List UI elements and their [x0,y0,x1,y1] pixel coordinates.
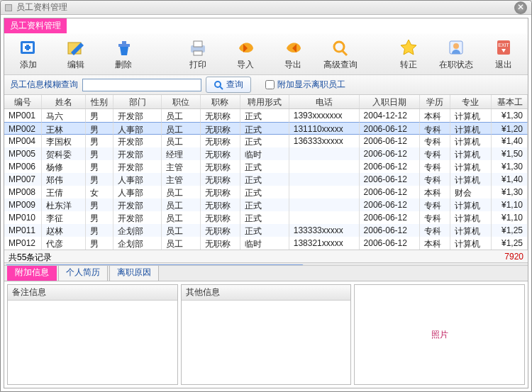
cell: 员工 [162,211,201,224]
cell: 男 [86,109,114,122]
delete-label: 删除 [115,59,132,71]
col-header[interactable]: 聘用形式 [240,95,289,108]
photo-placeholder: 照片 [355,285,524,384]
adv-query-button[interactable]: 高级查询 [317,33,365,74]
cell: MP010 [4,211,42,224]
table-row[interactable]: MP001马六男开发部员工无职称正式1393xxxxxxx2004-12-12本… [4,109,528,122]
table-row[interactable]: MP002王林男人事部员工无职称正式131110xxxxx2006-06-12专… [4,122,528,135]
col-header[interactable]: 电话 [289,95,360,108]
cell: 1393xxxxxxx [289,109,360,122]
tab-extra-info[interactable]: 附加信息 [7,264,57,281]
cell: 专科 [420,211,451,224]
other-title: 其他信息 [182,285,351,301]
edit-label: 编辑 [67,59,84,71]
cell: 临时 [240,237,289,250]
cell: 正式 [240,211,289,224]
col-header[interactable]: 姓名 [42,95,85,108]
app-icon [5,4,12,11]
export-button[interactable]: 导出 [270,33,317,74]
show-left-checkbox-input[interactable] [265,80,275,89]
col-header[interactable]: 专业 [450,95,491,108]
cell: 专科 [420,224,451,237]
scrollbar-thumb[interactable] [6,264,304,266]
table-row[interactable]: MP012代彦男企划部员工无职称临时138321xxxxx2006-06-12本… [4,237,528,250]
cell: 男 [86,160,114,173]
cell: 杜东洋 [42,198,85,211]
exit-icon: EXIT [492,38,515,57]
cell: 李国权 [42,135,85,147]
search-icon [329,38,352,57]
col-header[interactable]: 编号 [4,95,42,108]
cell: 员工 [162,122,201,135]
cell: 计算机 [450,173,491,186]
cell: MP008 [4,186,42,198]
table-row[interactable]: MP006杨修男开发部主管无职称正式2006-06-12专科计算机¥1,30 [4,160,528,173]
table-row[interactable]: MP007郑伟男人事部主管无职称正式2006-06-12专科计算机¥1,40 [4,173,528,186]
cell: 杨修 [42,160,85,173]
tab-resume[interactable]: 个人简历 [58,264,108,281]
cell: 企划部 [113,224,161,237]
col-header[interactable]: 入职日期 [360,95,420,108]
cell: ¥1,25 [492,237,528,250]
detail-tabs: 附加信息 个人简历 离职原因 [4,266,528,281]
cell: 企划部 [113,237,161,250]
cell [289,198,360,211]
exit-button[interactable]: EXIT 退出 [480,33,528,74]
cell: 正式 [240,186,289,198]
cell: 男 [86,122,114,135]
add-button[interactable]: 添加 [4,33,52,74]
person-icon [445,38,467,57]
col-header[interactable]: 职位 [162,95,201,108]
cell [289,186,360,198]
horizontal-scrollbar[interactable] [4,262,528,266]
show-left-checkbox[interactable]: 附加显示离职员工 [265,79,345,91]
cell: MP007 [4,173,42,186]
show-left-checkbox-label: 附加显示离职员工 [277,79,345,91]
cell: 马六 [42,109,85,122]
cell: 男 [86,147,114,160]
table-row[interactable]: MP009杜东洋男开发部员工无职称正式2006-06-12专科计算机¥1,10 [4,198,528,211]
cell: 专科 [420,122,451,135]
table-row[interactable]: MP010李征男开发部员工无职称正式2006-06-12专科计算机¥1,10 [4,211,528,224]
cell: 正式 [240,198,289,211]
col-header[interactable]: 学历 [420,95,451,108]
col-header[interactable]: 基本工 [492,95,528,108]
table-row[interactable]: MP004李国权男开发部员工无职称正式136333xxxxx2006-06-12… [4,135,528,147]
table-row[interactable]: MP011赵林男企划部员工无职称正式133333xxxxx2006-06-12专… [4,224,528,237]
cell: 2006-06-12 [360,135,420,147]
delete-button[interactable]: 删除 [99,33,147,74]
print-button[interactable]: 打印 [174,33,222,74]
table-row[interactable]: MP005贺科委男开发部经理无职称临时2006-06-12专科计算机¥1,50 [4,147,528,160]
exit-label: 退出 [495,59,512,71]
tab-leave-reason[interactable]: 离职原因 [109,264,159,281]
cell: ¥1,40 [492,173,528,186]
cell: 主管 [162,160,201,173]
col-header[interactable]: 职称 [201,95,240,108]
record-count: 共55条记录 [4,250,500,262]
search-input[interactable] [82,79,201,91]
status-button[interactable]: 在职状态 [433,33,480,74]
query-button[interactable]: 查询 [206,77,251,93]
cell: 正式 [240,135,289,147]
cell: 男 [86,211,114,224]
col-header[interactable]: 部门 [113,95,161,108]
cell: MP009 [4,198,42,211]
import-button[interactable]: 导入 [222,33,270,74]
edit-button[interactable]: 编辑 [52,33,99,74]
promote-button[interactable]: 转正 [385,33,433,74]
col-header[interactable]: 性别 [86,95,114,108]
cell: 代彦 [42,237,85,250]
cell: 正式 [240,224,289,237]
cell: 计算机 [450,211,491,224]
cell: 员工 [162,198,201,211]
cell: ¥1,25 [492,224,528,237]
cell: 专科 [420,173,451,186]
data-grid: 编号姓名性别部门职位职称聘用形式电话入职日期学历专业基本工 MP001马六男开发… [4,95,528,266]
cell: 无职称 [201,173,240,186]
table-row[interactable]: MP008王倩女人事部员工无职称正式2006-06-12本科财会¥1,30 [4,186,528,198]
cell: 无职称 [201,186,240,198]
svg-rect-3 [122,41,126,44]
cell: 专科 [420,147,451,160]
cell: 开发部 [113,160,161,173]
close-button[interactable]: ✕ [514,1,527,14]
